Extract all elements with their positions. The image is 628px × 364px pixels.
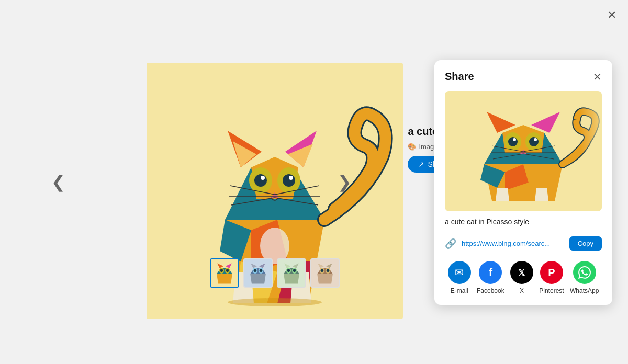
social-x[interactable]: 𝕏 X [510, 261, 533, 294]
svg-point-74 [508, 137, 518, 146]
svg-point-46 [254, 269, 257, 272]
whatsapp-icon [573, 261, 596, 284]
x-icon: 𝕏 [510, 261, 533, 284]
svg-marker-40 [250, 274, 266, 284]
share-url-row: 🔗 https://www.bing.com/searc... Copy [445, 236, 602, 251]
thumbnail-strip [147, 258, 403, 288]
social-facebook[interactable]: f Facebook [477, 261, 504, 294]
svg-point-65 [327, 269, 330, 272]
svg-point-29 [228, 298, 322, 306]
svg-point-37 [220, 269, 223, 272]
thumbnail-1[interactable] [210, 258, 239, 288]
svg-point-75 [529, 137, 539, 146]
thumbnail-2[interactable] [243, 258, 273, 288]
close-button[interactable]: ✕ [607, 9, 616, 21]
pinterest-icon: P [540, 261, 563, 284]
svg-point-11 [283, 174, 295, 187]
share-panel-header: Share ✕ [445, 71, 602, 83]
nav-next-button[interactable]: ❯ [333, 168, 356, 196]
svg-marker-89 [535, 188, 548, 201]
copy-button[interactable]: Copy [569, 236, 602, 251]
svg-point-56 [293, 269, 296, 272]
facebook-label: Facebook [477, 287, 504, 294]
svg-marker-31 [217, 274, 232, 284]
nav-prev-button[interactable]: ❮ [47, 168, 70, 196]
thumbnail-3[interactable] [277, 258, 306, 288]
svg-marker-58 [317, 274, 333, 284]
main-image-container [73, 31, 330, 303]
svg-point-47 [260, 269, 263, 272]
creator-icon: 🎨 [408, 143, 416, 151]
x-label: X [520, 287, 524, 294]
svg-point-76 [513, 138, 516, 141]
share-panel-title: Share [445, 71, 474, 83]
share-caption: a cute cat in Picasso style [445, 218, 602, 226]
share-close-button[interactable]: ✕ [593, 72, 602, 82]
social-email[interactable]: ✉ E-mail [448, 261, 471, 294]
email-label: E-mail [451, 287, 468, 294]
share-url: https://www.bing.com/searc... [462, 240, 564, 247]
social-whatsapp[interactable]: WhatsApp [570, 261, 599, 294]
svg-point-38 [226, 269, 229, 272]
share-icon: ↗ [418, 160, 424, 168]
share-social-row: ✉ E-mail f Facebook 𝕏 X P Pinterest [445, 261, 602, 294]
svg-point-13 [289, 176, 293, 180]
link-icon: 🔗 [445, 238, 456, 249]
svg-rect-90 [581, 91, 602, 211]
share-preview-image [445, 91, 602, 211]
svg-point-10 [254, 174, 267, 187]
svg-point-12 [261, 176, 265, 180]
email-icon: ✉ [448, 261, 471, 284]
svg-point-55 [287, 269, 290, 272]
social-pinterest[interactable]: P Pinterest [539, 261, 564, 294]
thumbnail-4[interactable] [310, 258, 340, 288]
share-panel: Share ✕ [434, 60, 612, 305]
pinterest-label: Pinterest [539, 287, 564, 294]
whatsapp-label: WhatsApp [570, 287, 599, 294]
svg-marker-49 [284, 274, 299, 284]
svg-marker-88 [496, 188, 509, 201]
image-viewer: ✕ ❮ ❯ [0, 0, 628, 364]
svg-point-64 [321, 269, 324, 272]
svg-point-77 [534, 138, 537, 141]
facebook-icon: f [479, 261, 502, 284]
